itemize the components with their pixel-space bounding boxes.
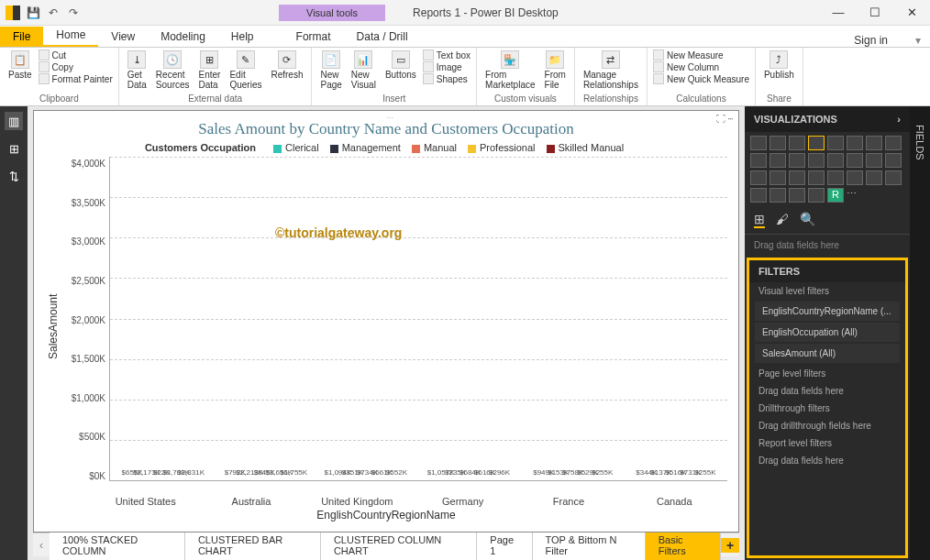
page-filters-dropzone[interactable]: Drag data fields here [749, 382, 905, 400]
close-button[interactable]: ✕ [893, 0, 930, 26]
y-axis-label: SalesAmount [45, 157, 61, 496]
new-column-button[interactable]: New Column [653, 61, 749, 72]
textbox-button[interactable]: Text box [423, 49, 471, 60]
watermark: ©tutorialgateway.org [275, 225, 402, 240]
shapes-button[interactable]: Shapes [423, 73, 471, 84]
visual-tools-tab[interactable]: Visual tools [279, 5, 385, 21]
y-axis-ticks: $4,000K$3,500K$3,000K$2,500K$2,000K$1,50… [61, 157, 109, 496]
publish-button[interactable]: ⤴Publish [761, 49, 797, 81]
image-button[interactable]: Image [423, 61, 471, 72]
chevron-down-icon[interactable]: ▾ [915, 34, 921, 47]
external-data-label: External data [125, 93, 306, 104]
paste-button[interactable]: 📋Paste [6, 49, 35, 81]
from-marketplace-button[interactable]: 🏪From Marketplace [482, 49, 537, 91]
cut-button[interactable]: Cut [39, 49, 113, 60]
chart-visual[interactable]: ⋯ ⛶ ⋯ Sales Amount by Country Name and C… [33, 110, 739, 533]
undo-icon[interactable]: ↶ [46, 5, 61, 20]
visual-level-filters-label: Visual level filters [749, 282, 905, 300]
page-tab[interactable]: CLUSTERED BAR CHART [185, 531, 321, 560]
page-tabs: ‹ 100% STACKED COLUMN CLUSTERED BAR CHAR… [33, 533, 739, 556]
viz-gallery[interactable]: R ⋯ [745, 132, 910, 206]
manage-relationships-button[interactable]: ⇄Manage Relationships [581, 49, 641, 91]
filter-item[interactable]: EnglishOccupation (All) [755, 323, 900, 342]
title-bar: 💾 ↶ ↷ Visual tools Reports 1 - Power BI … [0, 0, 930, 26]
relationships-label: Relationships [581, 93, 641, 104]
page-tab-active[interactable]: Basic Filters [646, 531, 722, 560]
prev-page-icon[interactable]: ‹ [33, 539, 50, 552]
chevron-right-icon[interactable]: › [897, 114, 901, 125]
sign-in-link[interactable]: Sign in [854, 34, 888, 47]
focus-mode-icon[interactable]: ⛶ ⋯ [716, 114, 733, 124]
save-icon[interactable]: 💾 [26, 5, 40, 20]
visualizations-header[interactable]: VISUALIZATIONS› [745, 106, 910, 132]
view-tab[interactable]: View [98, 27, 148, 47]
x-axis-label: EnglishCountryRegionName [45, 509, 727, 522]
get-data-button[interactable]: ⤓Get Data [125, 49, 149, 91]
app-logo [6, 5, 20, 20]
minimize-button[interactable]: — [820, 0, 857, 26]
format-icon[interactable]: 🖌 [776, 212, 789, 228]
copy-button[interactable]: Copy [39, 61, 113, 72]
filter-item[interactable]: EnglishCountryRegionName (... [755, 302, 900, 321]
custom-visuals-label: Custom visuals [482, 93, 569, 104]
x-axis-labels: United StatesAustraliaUnited KingdomGerm… [93, 496, 727, 507]
drillthrough-dropzone[interactable]: Drag drillthrough fields here [749, 417, 905, 434]
file-tab[interactable]: File [0, 27, 43, 47]
calculations-label: Calculations [653, 93, 749, 104]
drag-handle-icon[interactable]: ⋯ [386, 114, 404, 119]
page-tab[interactable]: 100% STACKED COLUMN [50, 531, 185, 560]
help-tab[interactable]: Help [218, 27, 267, 47]
new-measure-button[interactable]: New Measure [653, 49, 749, 60]
report-canvas: ©tutorialgateway.org ⋯ ⛶ ⋯ Sales Amount … [28, 106, 745, 560]
chart-title: Sales Amount by Country Name and Custome… [45, 120, 727, 138]
data-view-icon[interactable]: ⊞ [5, 139, 23, 158]
fields-pane-collapsed[interactable]: FIELDS [910, 106, 930, 560]
refresh-button[interactable]: ⟳Refresh [268, 49, 305, 81]
new-page-button[interactable]: 📄New Page [317, 49, 344, 91]
home-tab[interactable]: Home [43, 25, 98, 47]
report-view-icon[interactable]: ▥ [5, 112, 23, 130]
page-tab[interactable]: CLUSTERED COLUMN CHART [321, 531, 477, 560]
from-file-button[interactable]: 📁From File [542, 49, 569, 91]
format-painter-button[interactable]: Format Painter [39, 73, 113, 84]
menu-bar: File Home View Modeling Help Format Data… [0, 26, 930, 48]
fields-icon[interactable]: ⊞ [754, 212, 765, 228]
page-tab[interactable]: Page 1 [477, 531, 532, 560]
insert-label: Insert [317, 93, 471, 104]
enter-data-button[interactable]: ⊞Enter Data [196, 49, 224, 91]
buttons-button[interactable]: ▭Buttons [382, 49, 419, 81]
new-visual-button[interactable]: 📊New Visual [349, 49, 379, 91]
report-filters-dropzone[interactable]: Drag data fields here [749, 452, 905, 469]
page-level-filters-label: Page level filters [749, 365, 905, 382]
modeling-tab[interactable]: Modeling [148, 27, 218, 47]
page-tab[interactable]: TOP & Bittom N Filter [533, 531, 646, 560]
redo-icon[interactable]: ↷ [66, 5, 81, 20]
ribbon: 📋Paste Cut Copy Format Painter Clipboard… [0, 48, 930, 106]
format-tab[interactable]: Format [283, 27, 344, 47]
add-page-button[interactable]: + [721, 538, 739, 553]
chart-legend: Customers Occupation ClericalManagementM… [45, 142, 727, 153]
edit-queries-button[interactable]: ✎Edit Queries [227, 49, 264, 91]
model-view-icon[interactable]: ⇅ [5, 167, 23, 185]
filters-pane: FILTERS Visual level filters EnglishCoun… [747, 258, 908, 558]
quick-measure-button[interactable]: New Quick Measure [653, 73, 749, 84]
filter-item[interactable]: SalesAmount (All) [755, 344, 900, 363]
fields-dropzone[interactable]: Drag data fields here [745, 235, 910, 256]
visualizations-pane: VISUALIZATIONS› R ⋯ ⊞ 🖌 🔍 Drag data fiel… [745, 106, 910, 560]
maximize-button[interactable]: ☐ [857, 0, 893, 26]
plot-area: $655K$2,173K$22K$3,709K$2,831K$792K$2,21… [109, 157, 727, 481]
share-label: Share [761, 93, 797, 104]
window-title: Reports 1 - Power BI Desktop [413, 6, 559, 19]
recent-sources-button[interactable]: 🕓Recent Sources [153, 49, 193, 91]
data-drill-tab[interactable]: Data / Drill [344, 27, 421, 47]
report-level-filters-label: Report level filters [749, 434, 905, 452]
analytics-icon[interactable]: 🔍 [800, 212, 815, 228]
filters-header: FILTERS [749, 260, 905, 282]
clipboard-label: Clipboard [6, 93, 113, 104]
left-nav: ▥ ⊞ ⇅ [0, 106, 28, 560]
drillthrough-filters-label: Drillthrough filters [749, 400, 905, 417]
